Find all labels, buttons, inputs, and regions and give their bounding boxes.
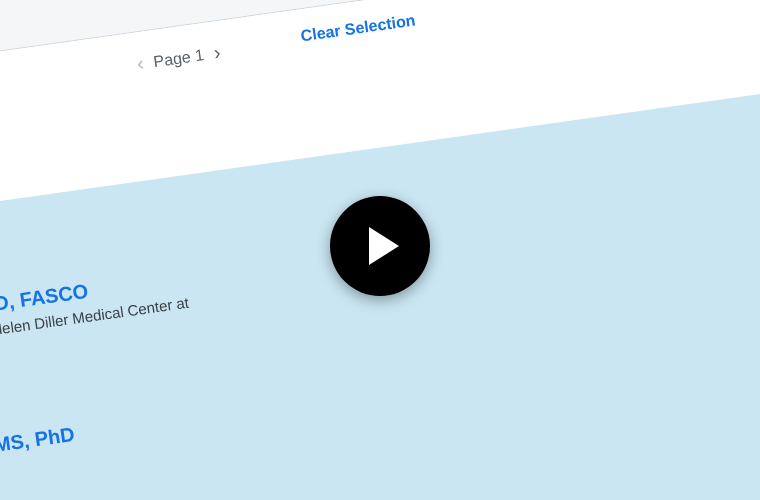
chevron-right-icon[interactable]: › <box>212 41 222 65</box>
play-icon <box>369 227 399 265</box>
person-info: Giuliano, MD, MS, PhD <box>0 423 82 500</box>
clear-selection-link[interactable]: Clear Selection <box>300 11 417 45</box>
person-name[interactable]: Giuliano, MD, MS, PhD <box>0 423 76 476</box>
chevron-left-icon[interactable]: ‹ <box>135 52 145 76</box>
page-label: Page 1 <box>152 46 205 71</box>
play-button[interactable] <box>330 196 430 296</box>
pager: ‹ Page 1 › <box>135 41 221 75</box>
viewport: Veeva Link Key People Advanced News Add … <box>0 0 760 500</box>
person-info: Hope S Rugo, MD, FASCO UCSF Health - UCS… <box>0 256 269 402</box>
